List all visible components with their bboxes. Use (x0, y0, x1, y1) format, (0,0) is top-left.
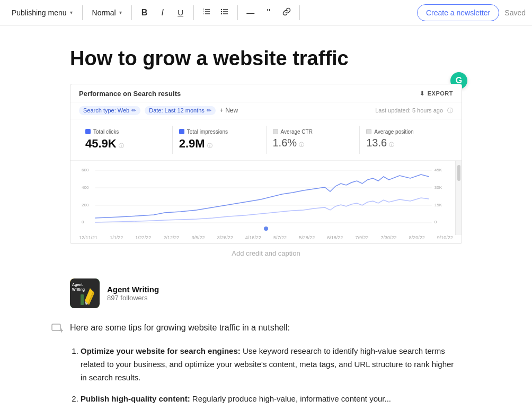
new-filter-button[interactable]: + New (220, 107, 238, 114)
horizontal-rule-button[interactable]: — (242, 4, 259, 21)
scroll-thumb (457, 165, 460, 181)
svg-text:0: 0 (82, 220, 84, 224)
stat-label-impressions: Total impressions (187, 129, 228, 135)
stat-avg-position: Average position 13.6 ⓘ (360, 126, 453, 154)
stat-label-position: Average position (374, 129, 413, 135)
axis-label: 1/1/22 (110, 235, 123, 240)
stat-checkbox-ctr[interactable] (273, 129, 278, 134)
underline-button[interactable]: U (172, 4, 189, 21)
axis-label: 5/7/22 (273, 235, 287, 240)
date-label: Date: Last 12 months (149, 107, 205, 114)
date-filter[interactable]: Date: Last 12 months ✏ (145, 106, 216, 115)
chart-container: Performance on Search results ⬇ EXPORT S… (70, 84, 462, 244)
toolbar: Publishing menu ▾ Normal ▾ B I U (0, 0, 532, 25)
publishing-menu-label: Publishing menu (12, 8, 67, 17)
chevron-down-icon: ▾ (119, 10, 122, 15)
bold-icon: B (141, 8, 148, 18)
media-add-icon[interactable] (51, 323, 64, 336)
search-type-filter[interactable]: Search type: Web ✏ (79, 106, 140, 115)
main-content: G How to grow a website traffic Performa… (59, 25, 473, 418)
timeline-dot[interactable] (264, 227, 268, 231)
chart-scroll-indicator[interactable] (455, 161, 462, 235)
axis-label: 2/12/22 (163, 235, 179, 240)
stat-label-clicks: Total clicks (93, 129, 119, 135)
avatar-svg: Agent Writing (70, 278, 100, 308)
svg-point-9 (220, 9, 221, 10)
axis-label: 7/30/22 (381, 235, 397, 240)
svg-text:600: 600 (82, 168, 89, 172)
list-item: Optimize your website for search engines… (81, 345, 462, 384)
axis-label: 4/16/22 (245, 235, 261, 240)
italic-button[interactable]: I (154, 4, 171, 21)
chart-export-button[interactable]: ⬇ EXPORT (420, 90, 453, 97)
svg-text:Writing: Writing (72, 288, 85, 292)
author-name: Agent Writing (107, 285, 159, 294)
axis-label: 8/20/22 (409, 235, 425, 240)
stat-checkbox-impressions[interactable] (179, 129, 184, 134)
stat-value-impressions: 2.9M (179, 137, 205, 151)
info-icon-impressions: ⓘ (207, 142, 212, 150)
link-icon (282, 7, 291, 18)
info-icon-clicks: ⓘ (119, 142, 124, 150)
svg-text:30K: 30K (435, 185, 442, 190)
italic-icon: I (161, 8, 163, 18)
list-item: Publish high-quality content: Regularly … (81, 393, 462, 406)
axis-label: 3/26/22 (217, 235, 233, 240)
stats-row: Total clicks 45.9K ⓘ Total impressions 2… (70, 119, 462, 161)
svg-text:45K: 45K (435, 168, 442, 172)
right-toolbar-section: Create a newsletter Saved (413, 4, 526, 21)
caption-area[interactable]: Add credit and caption (70, 244, 462, 268)
export-label: EXPORT (428, 90, 453, 97)
author-info: Agent Writing 897 followers (107, 285, 159, 302)
text-style-label: Normal (92, 8, 116, 17)
edit-icon: ✏ (131, 107, 136, 114)
author-followers: 897 followers (107, 294, 159, 302)
chart-filter-bar: Search type: Web ✏ Date: Last 12 months … (70, 102, 462, 119)
stat-total-impressions: Total impressions 2.9M ⓘ (173, 126, 267, 154)
toolbar-divider-4 (237, 5, 238, 20)
underline-icon: U (178, 8, 183, 17)
author-block: Agent Writing Agent Writing 897 follower… (70, 268, 462, 321)
create-newsletter-button[interactable]: Create a newsletter (417, 4, 499, 21)
create-newsletter-label: Create a newsletter (426, 8, 490, 17)
insert-section: — " (242, 4, 295, 21)
bold-button[interactable]: B (136, 4, 153, 21)
toolbar-divider-5 (299, 5, 300, 20)
unordered-list-button[interactable] (216, 4, 233, 21)
stat-label-ctr: Average CTR (281, 129, 313, 135)
chart-block: Performance on Search results ⬇ EXPORT S… (70, 84, 462, 268)
stat-checkbox-clicks[interactable] (85, 129, 91, 134)
publishing-menu-button[interactable]: Publishing menu ▾ (6, 5, 78, 20)
toolbar-divider-1 (82, 5, 83, 20)
saved-status: Saved (504, 8, 526, 17)
text-style-button[interactable]: Normal ▾ (87, 5, 127, 20)
ordered-list-button[interactable]: 1 2 3 (198, 4, 215, 21)
info-icon: ⓘ (447, 107, 453, 115)
publishing-menu-section: Publishing menu ▾ (6, 5, 78, 20)
text-style-section: Normal ▾ (87, 5, 127, 20)
axis-label: 12/11/21 (79, 235, 97, 240)
author-avatar: Agent Writing (70, 278, 100, 308)
axis-label: 1/22/22 (135, 235, 151, 240)
chart-header: Performance on Search results ⬇ EXPORT (70, 84, 462, 102)
list-item-text: Publish high-quality content: Regularly … (81, 394, 391, 403)
unordered-list-icon (220, 7, 229, 18)
chevron-down-icon: ▾ (70, 10, 73, 15)
caption-placeholder: Add credit and caption (232, 249, 300, 257)
stat-value-ctr: 1.6% (273, 137, 297, 149)
chart-svg: 600 400 200 0 45K 30K 15K 0 (79, 165, 453, 234)
toolbar-divider-3 (193, 5, 194, 20)
axis-label: 7/9/22 (355, 235, 368, 240)
svg-text:Agent: Agent (72, 283, 83, 287)
stat-value-clicks: 45.9K (85, 137, 117, 151)
stat-checkbox-position[interactable] (366, 129, 371, 134)
info-icon-ctr: ⓘ (299, 141, 304, 149)
intro-text: Here are some tips for growing website t… (70, 321, 462, 335)
blockquote-button[interactable]: " (260, 4, 277, 21)
article-title[interactable]: How to grow a website traffic (70, 47, 462, 71)
svg-text:0: 0 (435, 220, 437, 224)
link-button[interactable] (278, 4, 295, 21)
svg-text:3: 3 (203, 12, 205, 15)
stat-avg-ctr: Average CTR 1.6% ⓘ (267, 126, 360, 154)
chart-svg-area: 600 400 200 0 45K 30K 15K 0 (70, 161, 462, 235)
